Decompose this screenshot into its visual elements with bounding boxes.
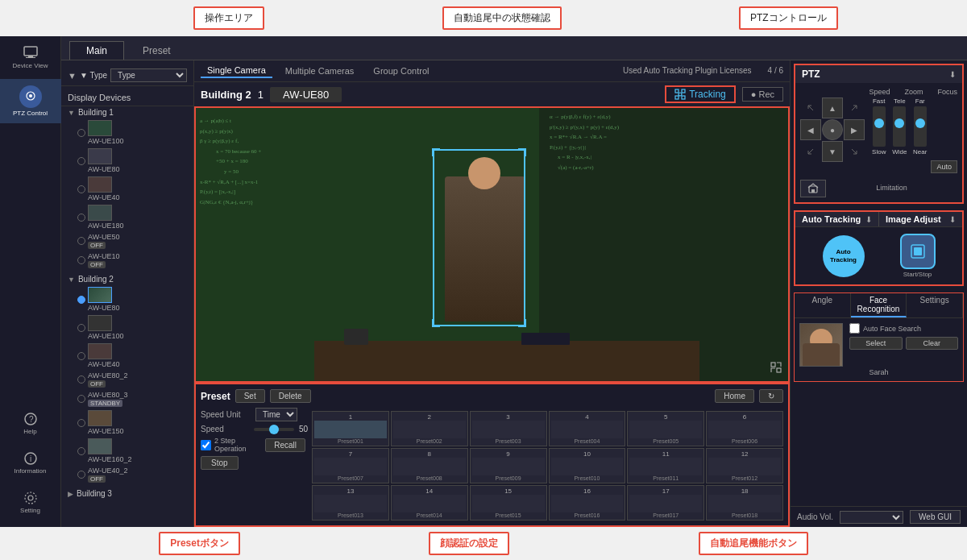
tab-main[interactable]: Main <box>69 41 124 60</box>
radio-aw-ue40[interactable] <box>77 185 85 193</box>
face-clear-btn[interactable]: Clear <box>906 337 959 350</box>
expand-icon[interactable] <box>770 362 782 375</box>
stop-btn[interactable]: Stop <box>201 456 239 470</box>
tracking-button[interactable]: Tracking <box>665 85 736 103</box>
at-section-arrow[interactable]: ⬇ <box>865 215 872 224</box>
face-photo <box>799 323 843 367</box>
radio-aw-ue150[interactable] <box>77 419 85 427</box>
tab-preset[interactable]: Preset <box>126 41 188 60</box>
dpad-down[interactable]: ▼ <box>822 141 843 162</box>
device-aw-ue40-b[interactable]: AW-UE40 <box>61 342 193 370</box>
recall-btn[interactable]: Recall <box>265 438 305 452</box>
device-aw-ue100[interactable]: AW-UE100 <box>61 118 193 147</box>
radio-aw-ue80-b[interactable] <box>77 296 85 304</box>
radio-aw-ue80-b3[interactable] <box>77 395 85 403</box>
preset-cell-2[interactable]: 2 Preset002 <box>391 411 468 446</box>
preset-cell-16[interactable]: 16 Preset016 <box>549 485 626 521</box>
speed-vert-slider[interactable] <box>873 106 886 147</box>
rec-button[interactable]: ● Rec <box>742 87 783 102</box>
ptz-near-label: Near <box>913 148 927 156</box>
preset-cell-8[interactable]: 8 Preset008 <box>391 448 468 483</box>
device-aw-ue10[interactable]: AW-UE10 OFF <box>61 251 193 270</box>
sub-tab-multiple-cameras[interactable]: Multiple Cameras <box>279 64 361 77</box>
auto-face-search-checkbox[interactable] <box>849 323 860 334</box>
sidebar-item-device-view[interactable]: Device View <box>0 36 61 76</box>
radio-aw-ue80[interactable] <box>77 157 85 165</box>
preset-cell-14[interactable]: 14 Preset014 <box>391 485 468 521</box>
filter-select[interactable]: Type <box>110 68 187 82</box>
preset-cell-11[interactable]: 11 Preset011 <box>627 448 704 483</box>
dpad-right[interactable]: ▶ <box>844 119 865 140</box>
device-aw-ue80-b[interactable]: AW-UE80 <box>61 285 193 313</box>
device-aw-ue80-b2[interactable]: AW-UE80_2 OFF <box>61 370 193 389</box>
auto-btn[interactable]: Auto <box>931 160 957 173</box>
device-aw-ue150[interactable]: AW-UE150 <box>61 409 193 437</box>
sub-tab-group-control[interactable]: Group Control <box>367 64 435 77</box>
preset-cell-6[interactable]: 6 Preset006 <box>706 411 783 446</box>
at-tab-face[interactable]: Face Recognition <box>851 293 907 317</box>
preset-set-btn[interactable]: Set <box>235 389 265 403</box>
ptz-slow-label: Slow <box>872 148 886 156</box>
dpad-up[interactable]: ▲ <box>822 97 843 118</box>
device-aw-ue80-b3[interactable]: AW-UE80_3 STANDBY <box>61 389 193 409</box>
ptz-collapse[interactable]: ⬇ <box>949 70 956 79</box>
sidebar-item-help[interactable]: ? Help <box>0 405 61 442</box>
speed-slider[interactable] <box>254 428 294 431</box>
radio-aw-ue10[interactable] <box>77 256 85 264</box>
audio-select[interactable] <box>840 511 903 524</box>
radio-aw-ue100[interactable] <box>77 129 85 137</box>
preset-refresh-btn[interactable]: ↻ <box>759 389 783 403</box>
preset-cell-1[interactable]: 1 Preset001 <box>312 411 389 446</box>
ia-section-arrow[interactable]: ⬇ <box>949 215 956 224</box>
at-tab-angle[interactable]: Angle <box>795 293 851 317</box>
building2-header[interactable]: ▼ Building 2 <box>61 273 193 285</box>
at-tabs: Angle Face Recognition Settings <box>795 293 963 318</box>
device-aw-ue40-b2[interactable]: AW-UE40_2 OFF <box>61 465 193 484</box>
preset-delete-btn[interactable]: Delete <box>270 389 311 403</box>
ptz-home-btn[interactable] <box>800 180 826 197</box>
face-select-btn[interactable]: Select <box>849 337 903 350</box>
sidebar-item-ptz-control[interactable]: PTZ Control <box>0 79 61 123</box>
preset-cell-7[interactable]: 7 Preset007 <box>312 448 389 483</box>
device-aw-ue50[interactable]: AW-UE50 OFF <box>61 231 193 251</box>
device-aw-ue40[interactable]: AW-UE40 <box>61 175 193 203</box>
radio-aw-ue160-b2[interactable] <box>77 447 85 455</box>
web-gui-btn[interactable]: Web GUI <box>910 510 961 524</box>
radio-aw-ue100-b[interactable] <box>77 324 85 332</box>
device-aw-ue100-b[interactable]: AW-UE100 <box>61 313 193 342</box>
sidebar-item-setting[interactable]: Setting <box>0 484 61 521</box>
step-operation-checkbox[interactable] <box>201 440 211 450</box>
preset-cell-15[interactable]: 15 Preset015 <box>470 485 547 521</box>
sidebar-item-info[interactable]: i Information <box>0 445 61 481</box>
preset-cell-10[interactable]: 10 Preset010 <box>549 448 626 483</box>
preset-cell-3[interactable]: 3 Preset003 <box>470 411 547 446</box>
preset-home-btn[interactable]: Home <box>715 389 754 403</box>
radio-aw-ue180[interactable] <box>77 214 85 222</box>
sub-tab-single-camera[interactable]: Single Camera <box>201 64 272 78</box>
svg-rect-2 <box>26 57 35 58</box>
preset-cell-17[interactable]: 17 Preset017 <box>627 485 704 521</box>
dpad-center[interactable]: ● <box>822 119 843 140</box>
zoom-vert-slider[interactable] <box>893 106 906 147</box>
focus-vert-slider[interactable] <box>914 106 927 147</box>
radio-aw-ue50[interactable] <box>77 237 85 245</box>
auto-tracking-circle-btn[interactable]: AutoTracking <box>823 235 865 277</box>
preset-cell-4[interactable]: 4 Preset004 <box>549 411 626 446</box>
preset-cell-5[interactable]: 5 Preset005 <box>627 411 704 446</box>
radio-aw-ue40-b[interactable] <box>77 352 85 360</box>
preset-cell-13[interactable]: 13 Preset013 <box>312 485 389 521</box>
speed-unit-select[interactable]: Time <box>255 408 297 421</box>
building1-header[interactable]: ▼ Building 1 <box>61 106 193 118</box>
building3-header[interactable]: ▶ Building 3 <box>61 487 193 500</box>
dpad-left[interactable]: ◀ <box>800 119 821 140</box>
start-stop-btn[interactable] <box>900 234 936 269</box>
at-tab-settings[interactable]: Settings <box>907 293 963 317</box>
preset-cell-12[interactable]: 12 Preset012 <box>706 448 783 483</box>
radio-aw-ue80-b2[interactable] <box>77 375 85 384</box>
preset-cell-9[interactable]: 9 Preset009 <box>470 448 547 483</box>
device-aw-ue180[interactable]: AW-UE180 <box>61 203 193 231</box>
preset-cell-18[interactable]: 18 Preset018 <box>706 485 783 521</box>
radio-aw-ue40-b2[interactable] <box>77 471 85 479</box>
device-aw-ue80[interactable]: AW-UE80 <box>61 147 193 175</box>
device-aw-ue160-b2[interactable]: AW-UE160_2 <box>61 437 193 465</box>
